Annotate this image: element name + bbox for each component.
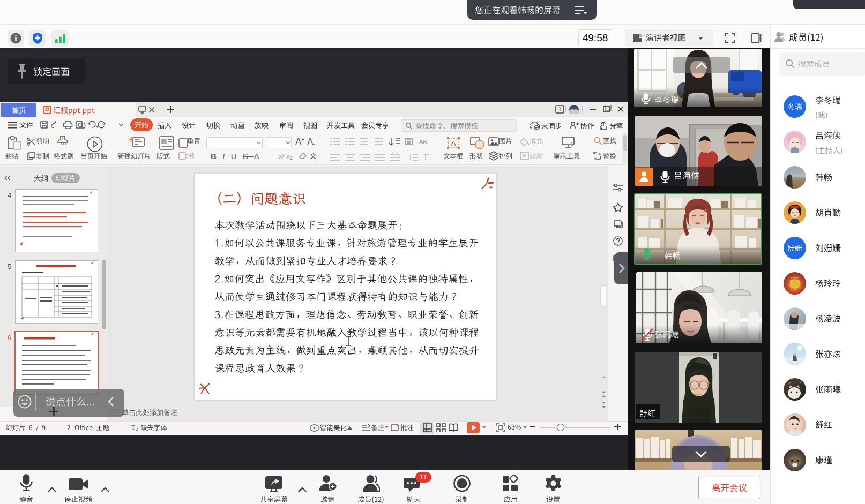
- svg-text:B: B: [594, 156, 597, 161]
- svg-text:A: A: [451, 139, 456, 147]
- svg-text:2: 2: [136, 427, 138, 431]
- svg-text:A: A: [598, 152, 601, 156]
- svg-text:T: T: [131, 424, 136, 431]
- svg-text:AB: AB: [419, 139, 427, 145]
- svg-text:1: 1: [558, 106, 561, 112]
